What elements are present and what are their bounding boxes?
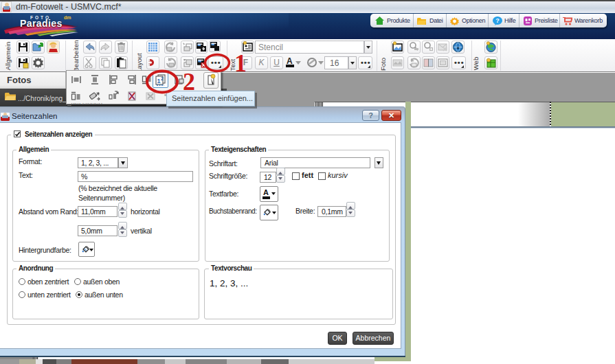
svg-text:?: ? — [495, 17, 500, 24]
